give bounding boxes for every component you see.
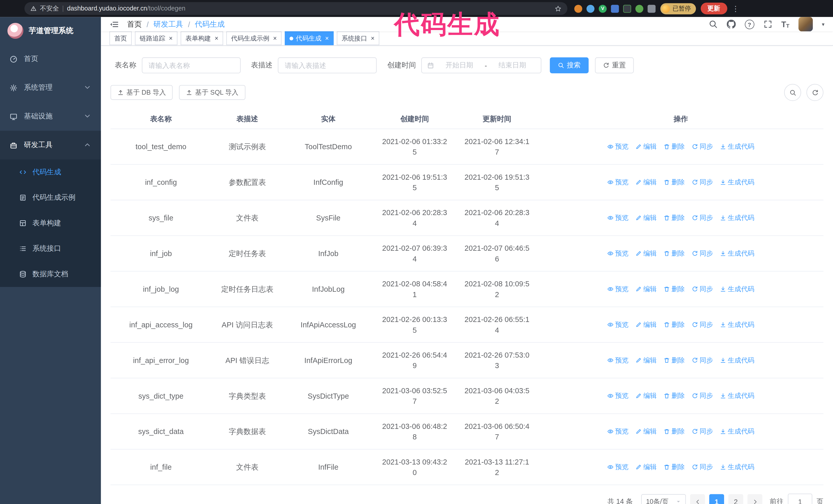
row-action-sync[interactable]: 同步 (692, 248, 713, 259)
close-icon[interactable]: × (273, 34, 277, 42)
browser-extension-icon[interactable] (635, 5, 643, 13)
sidebar-subitem[interactable]: 代码生成 (0, 160, 101, 185)
bookmark-star-icon[interactable] (555, 5, 562, 12)
browser-extension-icon[interactable] (611, 5, 619, 13)
refresh-table-button[interactable] (806, 84, 823, 101)
sidebar-item[interactable]: 基础设施 (0, 102, 101, 131)
page-button[interactable]: 1 (709, 494, 724, 504)
date-range-input[interactable]: 开始日期 - 结束日期 (421, 57, 541, 73)
row-action-delete[interactable]: 删除 (664, 390, 685, 401)
close-icon[interactable]: × (215, 34, 218, 42)
page-button[interactable]: 2 (729, 494, 743, 504)
row-action-delete[interactable]: 删除 (664, 462, 685, 472)
row-action-edit[interactable]: 编辑 (635, 390, 657, 401)
table-name-input[interactable] (142, 57, 240, 73)
tag-view-tab[interactable]: 表单构建× (181, 31, 223, 45)
import-db-button[interactable]: 基于 DB 导入 (111, 85, 173, 100)
row-action-generate-code[interactable]: 生成代码 (720, 213, 755, 223)
row-action-sync[interactable]: 同步 (692, 141, 713, 152)
help-icon[interactable]: ? (744, 20, 754, 29)
row-action-edit[interactable]: 编辑 (635, 284, 657, 294)
next-page-button[interactable] (747, 494, 762, 504)
row-action-sync[interactable]: 同步 (692, 177, 713, 187)
sidebar-subitem[interactable]: 表单构建 (0, 211, 101, 236)
row-action-preview[interactable]: 预览 (607, 177, 628, 187)
close-icon[interactable]: × (371, 34, 375, 42)
row-action-edit[interactable]: 编辑 (635, 177, 657, 187)
import-sql-button[interactable]: 基于 SQL 导入 (179, 85, 245, 100)
row-action-delete[interactable]: 删除 (664, 319, 685, 330)
row-action-preview[interactable]: 预览 (607, 248, 628, 259)
row-action-generate-code[interactable]: 生成代码 (720, 141, 755, 152)
toggle-search-button[interactable] (784, 84, 801, 101)
browser-extension-icon[interactable] (623, 5, 631, 13)
browser-extension-icon[interactable] (574, 5, 582, 13)
row-action-delete[interactable]: 删除 (664, 213, 685, 223)
browser-menu-icon[interactable]: ⋮ (732, 4, 739, 13)
browser-extension-icon[interactable] (587, 5, 594, 13)
reset-button[interactable]: 重置 (595, 57, 634, 73)
row-action-preview[interactable]: 预览 (607, 213, 628, 223)
sidebar-item[interactable]: 研发工具 (0, 131, 101, 160)
row-action-sync[interactable]: 同步 (692, 319, 713, 330)
app-logo-row[interactable]: 芋道管理系统 (0, 17, 101, 45)
row-action-preview[interactable]: 预览 (607, 141, 628, 152)
search-button[interactable]: 搜索 (550, 57, 589, 73)
browser-update-button[interactable]: 更新 (700, 3, 727, 14)
search-icon[interactable] (709, 20, 717, 29)
sidebar-item[interactable]: 系统管理 (0, 73, 101, 102)
tag-view-tab[interactable]: 首页 (110, 31, 132, 45)
row-action-delete[interactable]: 删除 (664, 284, 685, 294)
sidebar-subitem[interactable]: 系统接口 (0, 236, 101, 261)
row-action-generate-code[interactable]: 生成代码 (720, 284, 755, 294)
tag-view-tab[interactable]: 代码生成示例× (226, 31, 282, 45)
table-desc-input[interactable] (278, 57, 377, 73)
row-action-generate-code[interactable]: 生成代码 (720, 248, 755, 259)
row-action-delete[interactable]: 删除 (664, 355, 685, 365)
row-action-sync[interactable]: 同步 (692, 462, 713, 472)
row-action-preview[interactable]: 预览 (607, 284, 628, 294)
row-action-generate-code[interactable]: 生成代码 (720, 177, 755, 187)
row-action-edit[interactable]: 编辑 (635, 213, 657, 223)
user-avatar[interactable] (799, 17, 813, 31)
github-icon[interactable] (727, 20, 736, 29)
row-action-preview[interactable]: 预览 (607, 390, 628, 401)
row-action-preview[interactable]: 预览 (607, 355, 628, 365)
row-action-preview[interactable]: 预览 (607, 319, 628, 330)
row-action-generate-code[interactable]: 生成代码 (720, 390, 755, 401)
row-action-edit[interactable]: 编辑 (635, 248, 657, 259)
fullscreen-icon[interactable] (763, 20, 772, 29)
row-action-sync[interactable]: 同步 (692, 284, 713, 294)
sidebar-item[interactable]: 首页 (0, 45, 101, 73)
browser-extension-icon[interactable] (648, 5, 656, 13)
row-action-preview[interactable]: 预览 (607, 462, 628, 472)
close-icon[interactable]: × (169, 34, 173, 42)
tag-view-tab[interactable]: 系统接口× (337, 31, 379, 45)
sidebar-subitem[interactable]: 数据库文档 (0, 262, 101, 287)
font-size-icon[interactable]: TT (781, 20, 789, 29)
row-action-sync[interactable]: 同步 (692, 390, 713, 401)
sidebar-subitem[interactable]: 代码生成示例 (0, 185, 101, 210)
row-action-delete[interactable]: 删除 (664, 177, 685, 187)
browser-address-bar[interactable]: 不安全 | dashboard.yudao.iocoder.cn/tool/co… (24, 2, 567, 15)
row-action-sync[interactable]: 同步 (692, 213, 713, 223)
row-action-delete[interactable]: 删除 (664, 248, 685, 259)
row-action-edit[interactable]: 编辑 (635, 462, 657, 472)
breadcrumb-item[interactable]: 代码生成 (195, 20, 224, 29)
row-action-generate-code[interactable]: 生成代码 (720, 462, 755, 472)
browser-extension-icon[interactable]: V (599, 5, 607, 13)
goto-page-input[interactable] (788, 494, 812, 504)
sidebar-toggle-icon[interactable] (110, 20, 119, 29)
row-action-generate-code[interactable]: 生成代码 (720, 355, 755, 365)
close-icon[interactable]: × (325, 34, 329, 42)
row-action-preview[interactable]: 预览 (607, 426, 628, 437)
profile-paused-chip[interactable]: 已暂停 (660, 3, 696, 14)
row-action-sync[interactable]: 同步 (692, 355, 713, 365)
breadcrumb-item[interactable]: 研发工具 (153, 20, 183, 29)
tag-view-tab[interactable]: 代码生成× (285, 31, 334, 45)
chevron-down-icon[interactable]: ▾ (822, 21, 824, 27)
row-action-edit[interactable]: 编辑 (635, 426, 657, 437)
row-action-delete[interactable]: 删除 (664, 426, 685, 437)
row-action-generate-code[interactable]: 生成代码 (720, 319, 755, 330)
page-size-select[interactable]: 10条/页 (641, 494, 686, 504)
